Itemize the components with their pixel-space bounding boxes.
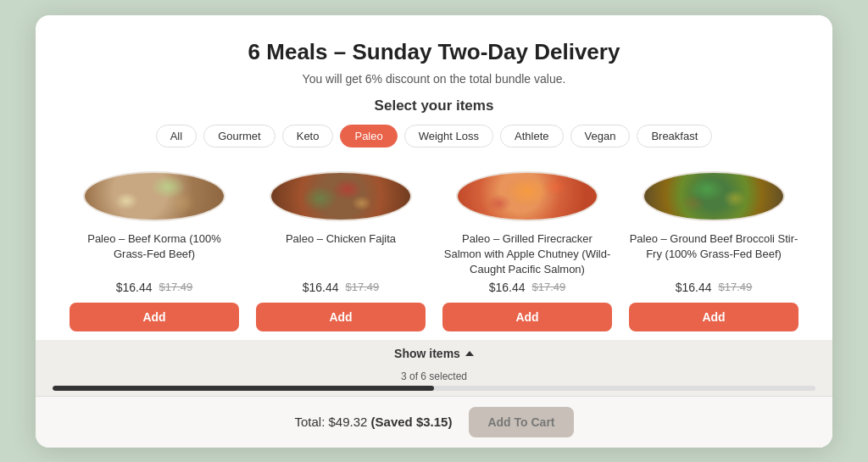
meal-name: Paleo – Ground Beef Broccoli Stir-Fry (1… [629,231,798,274]
price-current: $16.44 [489,281,526,294]
add-meal-button[interactable]: Add [629,303,798,331]
total-label: Total: [294,415,325,429]
meal-photo [458,173,597,220]
meal-prices: $16.44 $17.49 [489,281,566,294]
meal-image [456,171,598,221]
modal-header: 6 Meals – Sunday Two-Day Delivery You wi… [36,15,832,171]
progress-bar-background [53,386,815,391]
filter-btn-gourmet[interactable]: Gourmet [203,125,275,148]
price-current: $16.44 [116,281,153,294]
meal-card: Paleo – Beef Korma (100% Grass-Fed Beef)… [70,171,239,331]
add-meal-button[interactable]: Add [256,303,426,331]
modal-container: 6 Meals – Sunday Two-Day Delivery You wi… [36,15,832,448]
progress-label: 3 of 6 selected [53,370,815,382]
filter-bar: AllGourmetKetoPaleoWeight LossAthleteVeg… [70,125,798,148]
meal-name: Paleo – Beef Korma (100% Grass-Fed Beef) [70,231,239,274]
modal-footer: Show items 3 of 6 selected Total: $49.32… [36,340,832,448]
price-current: $16.44 [676,281,712,294]
add-to-cart-button[interactable]: Add To Cart [469,407,573,437]
progress-bar-fill [53,386,434,391]
meal-card: Paleo – Ground Beef Broccoli Stir-Fry (1… [629,171,798,331]
show-items-bar[interactable]: Show items [36,340,832,367]
meal-card: Paleo – Chicken Fajita $16.44 $17.49 Add [256,171,426,331]
add-meal-button[interactable]: Add [442,303,612,331]
filter-btn-paleo[interactable]: Paleo [340,125,397,148]
filter-btn-athlete[interactable]: Athlete [500,125,563,148]
meal-prices: $16.44 $17.49 [116,281,193,294]
price-original: $17.49 [532,281,566,293]
progress-section: 3 of 6 selected [36,367,832,396]
filter-btn-breakfast[interactable]: Breakfast [637,125,712,148]
show-items-label: Show items [394,347,460,360]
filter-btn-weight-loss[interactable]: Weight Loss [404,125,493,148]
modal-title: 6 Meals – Sunday Two-Day Delivery [70,39,798,65]
filter-btn-keto[interactable]: Keto [282,125,334,148]
meal-prices: $16.44 $17.49 [676,281,753,294]
price-current: $16.44 [303,281,339,294]
meal-card: Paleo – Grilled Firecracker Salmon with … [442,171,612,331]
meal-photo [85,173,224,220]
total-bar: Total: $49.32 (Saved $3.15) Add To Cart [36,396,832,448]
meal-prices: $16.44 $17.49 [303,281,380,294]
meals-grid: Paleo – Beef Korma (100% Grass-Fed Beef)… [36,171,832,340]
meal-photo [644,173,783,220]
filter-btn-all[interactable]: All [156,125,197,148]
meal-image [270,171,412,221]
meal-image [83,171,225,221]
price-original: $17.49 [346,281,380,293]
filter-btn-vegan[interactable]: Vegan [570,125,631,148]
chevron-up-icon [465,351,474,356]
modal-subtitle: You will get 6% discount on the total bu… [70,72,798,86]
meal-image [643,171,785,221]
meal-name: Paleo – Grilled Firecracker Salmon with … [442,231,612,274]
price-original: $17.49 [719,281,753,293]
total-amount: $49.32 [329,415,368,429]
saved-label: (Saved $3.15) [371,415,453,429]
meal-photo [271,173,410,220]
add-meal-button[interactable]: Add [70,303,239,331]
total-text: Total: $49.32 (Saved $3.15) [294,415,452,429]
meal-name: Paleo – Chicken Fajita [286,231,396,274]
price-original: $17.49 [159,281,193,293]
select-label: Select your items [70,97,798,114]
